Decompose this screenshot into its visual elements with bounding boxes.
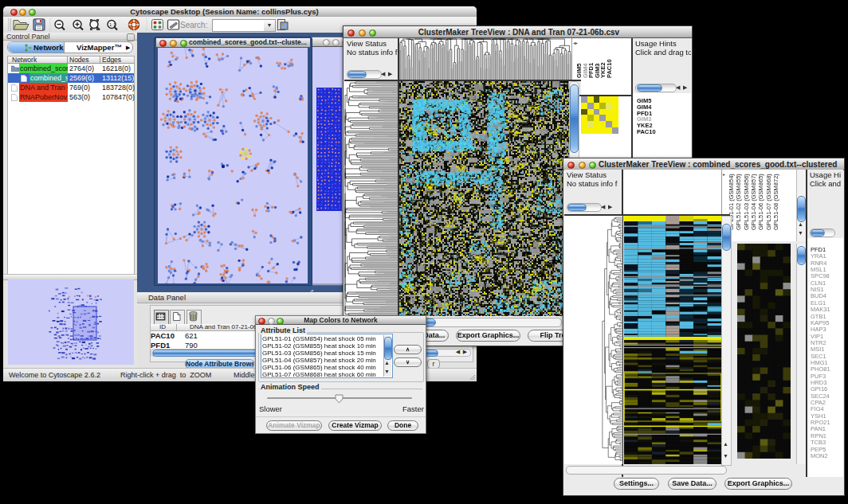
svg-text:1:1: 1:1 (109, 22, 116, 27)
